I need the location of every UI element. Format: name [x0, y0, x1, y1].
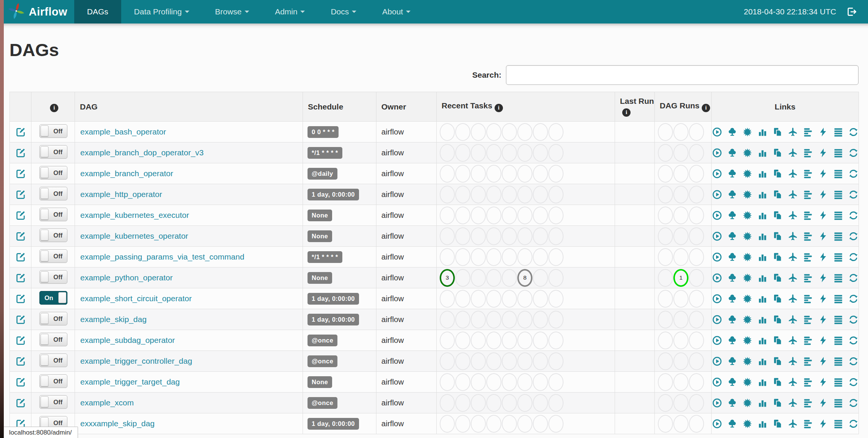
- trigger-dag-icon[interactable]: [712, 169, 722, 179]
- recent-task-circle[interactable]: [533, 186, 548, 203]
- gantt-icon[interactable]: [803, 377, 813, 387]
- gantt-icon[interactable]: [803, 398, 813, 408]
- landing-times-icon[interactable]: [788, 398, 798, 408]
- dag-link[interactable]: example_subdag_operator: [75, 336, 175, 345]
- recent-task-circle[interactable]: [502, 373, 517, 391]
- trigger-dag-icon[interactable]: [712, 314, 722, 325]
- recent-task-circle[interactable]: [517, 415, 532, 433]
- edit-dag-icon[interactable]: [10, 252, 31, 263]
- dag-details-icon[interactable]: [833, 273, 843, 283]
- recent-task-circle[interactable]: [440, 311, 455, 328]
- dag-run-circle[interactable]: [658, 352, 673, 370]
- dag-details-icon[interactable]: [833, 314, 843, 325]
- recent-task-circle[interactable]: [440, 123, 455, 141]
- tree-view-icon[interactable]: [727, 148, 737, 158]
- gantt-icon[interactable]: [803, 210, 813, 221]
- recent-task-circle[interactable]: [502, 394, 517, 412]
- recent-task-circle[interactable]: [486, 248, 501, 266]
- edit-dag-icon[interactable]: [10, 189, 31, 200]
- dag-run-circle[interactable]: [673, 415, 688, 433]
- dag-details-icon[interactable]: [833, 356, 843, 366]
- dag-pause-toggle[interactable]: Off: [39, 270, 67, 284]
- trigger-dag-icon[interactable]: [712, 294, 722, 304]
- graph-view-icon[interactable]: [742, 314, 752, 325]
- header-recent-tasks[interactable]: Recent Tasksi: [437, 92, 615, 122]
- sign-out-icon[interactable]: [846, 6, 857, 17]
- task-duration-icon[interactable]: [757, 356, 768, 366]
- recent-task-circle[interactable]: [455, 206, 470, 224]
- graph-view-icon[interactable]: [742, 419, 752, 429]
- schedule-badge[interactable]: @once: [308, 335, 337, 346]
- dag-pause-toggle[interactable]: Off: [39, 395, 67, 409]
- recent-task-circle[interactable]: [471, 352, 486, 370]
- landing-times-icon[interactable]: [788, 377, 798, 387]
- dag-run-circle[interactable]: [658, 332, 673, 349]
- recent-task-circle[interactable]: [440, 290, 455, 308]
- task-tries-icon[interactable]: [773, 169, 783, 179]
- gantt-icon[interactable]: [803, 231, 813, 241]
- recent-task-circle[interactable]: [533, 269, 548, 287]
- refresh-icon[interactable]: [848, 294, 859, 304]
- dag-pause-toggle[interactable]: On: [39, 291, 67, 305]
- recent-task-circle[interactable]: [440, 332, 455, 349]
- dag-link[interactable]: example_branch_operator: [75, 169, 173, 178]
- trigger-dag-icon[interactable]: [712, 398, 722, 408]
- recent-task-circle[interactable]: [440, 248, 455, 266]
- recent-task-circle[interactable]: [440, 227, 455, 245]
- recent-task-circle[interactable]: [502, 248, 517, 266]
- dag-details-icon[interactable]: [833, 189, 843, 200]
- gantt-icon[interactable]: [803, 314, 813, 325]
- tree-view-icon[interactable]: [727, 419, 737, 429]
- dag-pause-toggle[interactable]: Off: [39, 187, 67, 200]
- code-view-icon[interactable]: [818, 127, 828, 137]
- tree-view-icon[interactable]: [727, 335, 737, 346]
- refresh-icon[interactable]: [848, 314, 859, 325]
- edit-dag-icon[interactable]: [10, 127, 31, 138]
- dag-details-icon[interactable]: [833, 398, 843, 408]
- trigger-dag-icon[interactable]: [712, 210, 722, 221]
- dag-run-circle[interactable]: [689, 144, 704, 162]
- dag-link[interactable]: example_trigger_target_dag: [75, 377, 180, 386]
- task-tries-icon[interactable]: [773, 127, 783, 137]
- task-duration-icon[interactable]: [757, 148, 768, 158]
- recent-task-circle[interactable]: [533, 415, 548, 433]
- recent-task-circle[interactable]: [486, 394, 501, 412]
- edit-dag-icon[interactable]: [10, 356, 31, 367]
- trigger-dag-icon[interactable]: [712, 189, 722, 200]
- recent-task-circle[interactable]: [455, 227, 470, 245]
- recent-task-circle[interactable]: [455, 290, 470, 308]
- recent-task-circle[interactable]: [455, 248, 470, 266]
- graph-view-icon[interactable]: [742, 127, 752, 137]
- landing-times-icon[interactable]: [788, 356, 798, 366]
- recent-task-circle[interactable]: [533, 352, 548, 370]
- tree-view-icon[interactable]: [727, 189, 737, 200]
- dag-pause-toggle[interactable]: Off: [39, 124, 67, 138]
- schedule-badge[interactable]: None: [308, 210, 332, 221]
- recent-task-circle[interactable]: [471, 144, 486, 162]
- code-view-icon[interactable]: [818, 189, 828, 200]
- recent-task-circle[interactable]: [471, 165, 486, 183]
- dag-run-circle[interactable]: [689, 123, 704, 141]
- task-duration-icon[interactable]: [757, 231, 768, 241]
- dag-pause-toggle[interactable]: Off: [39, 249, 67, 263]
- dag-run-circle[interactable]: [689, 165, 704, 183]
- code-view-icon[interactable]: [818, 273, 828, 283]
- refresh-icon[interactable]: [848, 356, 859, 366]
- recent-task-circle[interactable]: [548, 186, 564, 203]
- gantt-icon[interactable]: [803, 189, 813, 200]
- dag-run-circle[interactable]: [673, 248, 688, 266]
- dag-details-icon[interactable]: [833, 169, 843, 179]
- task-duration-icon[interactable]: [757, 419, 768, 429]
- recent-task-circle[interactable]: [455, 415, 470, 433]
- recent-task-circle[interactable]: [517, 186, 532, 203]
- recent-task-circle[interactable]: [502, 269, 517, 287]
- task-duration-icon[interactable]: [757, 314, 768, 325]
- dag-link[interactable]: example_trigger_controller_dag: [75, 357, 192, 366]
- recent-task-circle[interactable]: [440, 206, 455, 224]
- dag-pause-toggle[interactable]: Off: [39, 312, 67, 325]
- schedule-badge[interactable]: None: [308, 230, 332, 242]
- landing-times-icon[interactable]: [788, 294, 798, 304]
- code-view-icon[interactable]: [818, 419, 828, 429]
- code-view-icon[interactable]: [818, 314, 828, 325]
- recent-task-circle[interactable]: [533, 227, 548, 245]
